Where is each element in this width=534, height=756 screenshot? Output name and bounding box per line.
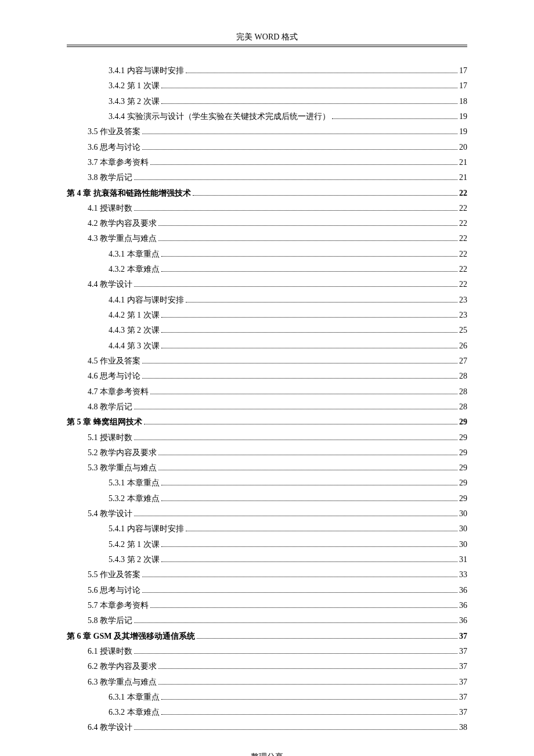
- toc-entry-label: 4.4.2 第 1 次课: [109, 308, 160, 323]
- table-of-contents: 3.4.1 内容与课时安排173.4.2 第 1 次课173.4.3 第 2 次…: [67, 63, 467, 736]
- toc-entry-page: 22: [459, 262, 467, 277]
- toc-entry-label: 5.2 教学内容及要求: [88, 445, 157, 460]
- toc-entry[interactable]: 5.4.2 第 1 次课30: [67, 537, 467, 552]
- toc-entry-page: 23: [459, 308, 467, 323]
- toc-entry-label: 3.4.3 第 2 次课: [109, 94, 160, 109]
- toc-leader-dots: [158, 450, 457, 455]
- toc-entry-label: 5.5 作业及答案: [88, 567, 140, 582]
- toc-leader-dots: [144, 420, 458, 424]
- header-rule: [67, 46, 467, 47]
- toc-entry[interactable]: 6.3.1 本章重点37: [67, 690, 467, 705]
- toc-leader-dots: [161, 343, 458, 348]
- toc-entry[interactable]: 4.3.2 本章难点22: [67, 262, 467, 277]
- toc-entry-page: 26: [459, 339, 467, 354]
- toc-leader-dots: [150, 603, 457, 608]
- toc-entry-page: 28: [459, 384, 467, 399]
- toc-entry[interactable]: 4.4.4 第 3 次课26: [67, 339, 467, 354]
- toc-entry[interactable]: 3.4.1 内容与课时安排17: [67, 63, 467, 78]
- toc-entry[interactable]: 4.4.2 第 1 次课23: [67, 308, 467, 323]
- toc-leader-dots: [134, 649, 457, 653]
- toc-entry-page: 22: [459, 186, 467, 201]
- toc-entry[interactable]: 4.7 本章参考资料28: [67, 384, 467, 399]
- toc-entry[interactable]: 3.8 教学后记21: [67, 170, 467, 185]
- toc-entry-page: 30: [459, 521, 467, 537]
- page-footer: 整理分享: [67, 752, 467, 756]
- toc-entry[interactable]: 第 6 章 GSM 及其增强移动通信系统 37: [67, 629, 467, 644]
- toc-entry[interactable]: 6.3 教学重点与难点37: [67, 675, 467, 690]
- toc-entry-label: 4.5 作业及答案: [88, 354, 140, 369]
- toc-entry-page: 37: [459, 659, 467, 674]
- toc-entry[interactable]: 5.4.1 内容与课时安排30: [67, 521, 467, 537]
- toc-entry-label: 5.4.2 第 1 次课: [109, 537, 160, 552]
- toc-leader-dots: [161, 496, 458, 501]
- toc-entry-page: 25: [459, 323, 467, 338]
- toc-entry[interactable]: 6.2 教学内容及要求37: [67, 659, 467, 674]
- toc-entry-label: 4.8 教学后记: [88, 399, 132, 415]
- toc-entry-label: 5.3 教学重点与难点: [88, 460, 157, 476]
- toc-entry[interactable]: 5.6 思考与讨论36: [67, 583, 467, 598]
- toc-entry[interactable]: 5.1 授课时数29: [67, 430, 467, 445]
- toc-entry[interactable]: 5.3 教学重点与难点29: [67, 460, 467, 476]
- toc-entry-page: 29: [459, 476, 467, 491]
- toc-entry-page: 37: [459, 644, 467, 659]
- toc-leader-dots: [161, 313, 458, 318]
- toc-entry-label: 第 4 章 抗衰落和链路性能增强技术: [67, 186, 191, 201]
- toc-entry-label: 5.7 本章参考资料: [88, 598, 149, 613]
- toc-entry-page: 31: [459, 552, 467, 567]
- toc-entry[interactable]: 3.5 作业及答案19: [67, 124, 467, 139]
- toc-entry[interactable]: 3.4.2 第 1 次课17: [67, 78, 467, 93]
- toc-entry-label: 3.6 思考与讨论: [88, 140, 140, 155]
- toc-entry[interactable]: 5.3.2 本章难点29: [67, 491, 467, 506]
- toc-leader-dots: [161, 710, 458, 715]
- toc-leader-dots: [158, 466, 457, 470]
- toc-entry-label: 4.3.2 本章难点: [109, 262, 160, 277]
- toc-entry-label: 第 6 章 GSM 及其增强移动通信系统: [67, 629, 195, 644]
- toc-entry-page: 20: [459, 140, 467, 155]
- toc-entry[interactable]: 4.4.1 内容与课时安排23: [67, 293, 467, 308]
- toc-entry-label: 4.2 教学内容及要求: [88, 216, 157, 231]
- toc-entry[interactable]: 6.4 教学设计38: [67, 720, 467, 735]
- toc-entry[interactable]: 5.2 教学内容及要求29: [67, 445, 467, 460]
- toc-leader-dots: [142, 359, 457, 363]
- toc-leader-dots: [193, 190, 458, 195]
- toc-entry[interactable]: 5.7 本章参考资料36: [67, 598, 467, 613]
- toc-leader-dots: [134, 404, 457, 409]
- toc-leader-dots: [161, 557, 458, 562]
- toc-entry-page: 37: [459, 705, 467, 720]
- toc-entry[interactable]: 4.5 作业及答案27: [67, 354, 467, 369]
- toc-entry[interactable]: 4.2 教学内容及要求22: [67, 216, 467, 231]
- toc-entry-page: 29: [459, 460, 467, 476]
- toc-entry-label: 6.2 教学内容及要求: [88, 659, 157, 674]
- toc-entry-label: 4.3.1 本章重点: [109, 247, 160, 262]
- toc-entry-page: 37: [459, 629, 467, 644]
- toc-entry-page: 29: [459, 415, 467, 430]
- toc-entry[interactable]: 5.4.3 第 2 次课31: [67, 552, 467, 567]
- toc-leader-dots: [161, 84, 458, 88]
- toc-entry-label: 4.1 授课时数: [88, 201, 132, 216]
- toc-entry[interactable]: 4.6 思考与讨论28: [67, 369, 467, 384]
- toc-entry[interactable]: 6.3.2 本章难点37: [67, 705, 467, 720]
- toc-entry[interactable]: 3.4.4 实验演示与设计（学生实验在关键技术完成后统一进行）19: [67, 109, 467, 124]
- toc-entry[interactable]: 4.4 教学设计22: [67, 277, 467, 292]
- toc-entry[interactable]: 5.5 作业及答案33: [67, 567, 467, 582]
- toc-entry[interactable]: 4.8 教学后记28: [67, 399, 467, 415]
- toc-entry-label: 6.1 授课时数: [88, 644, 132, 659]
- toc-entry[interactable]: 第 4 章 抗衰落和链路性能增强技术 22: [67, 186, 467, 201]
- toc-leader-dots: [186, 297, 458, 302]
- toc-entry[interactable]: 4.4.3 第 2 次课25: [67, 323, 467, 338]
- toc-leader-dots: [161, 481, 458, 485]
- toc-entry[interactable]: 4.3 教学重点与难点22: [67, 231, 467, 246]
- toc-entry-label: 3.4.1 内容与课时安排: [109, 63, 184, 78]
- toc-entry[interactable]: 3.7 本章参考资料21: [67, 155, 467, 170]
- toc-entry[interactable]: 第 5 章 蜂窝组网技术 29: [67, 415, 467, 430]
- toc-entry[interactable]: 3.6 思考与讨论20: [67, 140, 467, 155]
- toc-entry-page: 17: [459, 63, 467, 78]
- toc-entry-page: 17: [459, 78, 467, 93]
- toc-entry[interactable]: 4.1 授课时数22: [67, 201, 467, 216]
- toc-entry[interactable]: 6.1 授课时数37: [67, 644, 467, 659]
- toc-entry[interactable]: 3.4.3 第 2 次课18: [67, 94, 467, 109]
- toc-entry[interactable]: 5.4 教学设计30: [67, 506, 467, 521]
- toc-entry[interactable]: 5.3.1 本章重点29: [67, 476, 467, 491]
- toc-entry[interactable]: 5.8 教学后记36: [67, 613, 467, 628]
- toc-entry[interactable]: 4.3.1 本章重点22: [67, 247, 467, 262]
